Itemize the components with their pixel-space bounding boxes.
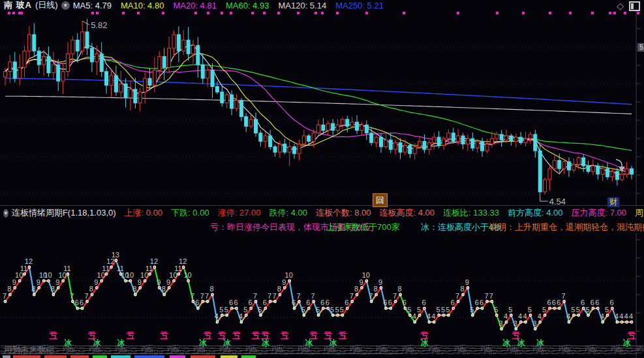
svg-text:7: 7	[393, 292, 397, 300]
svg-text:7: 7	[205, 292, 209, 300]
svg-text:亏: 亏	[251, 331, 260, 340]
svg-text:4: 4	[523, 312, 527, 320]
svg-text:6: 6	[383, 299, 387, 306]
svg-text:8: 8	[89, 285, 93, 293]
indicator-field: 跌停: 4.00	[269, 208, 307, 218]
clipped-text-fragment	[13, 355, 40, 358]
clipped-text-fragment	[70, 355, 89, 358]
svg-text:7: 7	[562, 292, 566, 300]
svg-text:4: 4	[566, 312, 570, 320]
ma-label: MA20: 4.81	[173, 1, 217, 10]
svg-text:6: 6	[403, 299, 406, 306]
svg-text:5: 5	[417, 306, 421, 314]
chevron-down-icon[interactable]: ▼	[3, 209, 8, 218]
svg-text:7: 7	[369, 292, 373, 300]
svg-text:9: 9	[55, 278, 59, 286]
svg-text:6: 6	[80, 299, 84, 306]
svg-text:8: 8	[209, 285, 213, 293]
indicator-field: 连板高度: 4.00	[379, 208, 435, 218]
svg-text:6: 6	[320, 299, 324, 306]
indicator-field: 上涨: 0.00	[125, 208, 163, 218]
period-label[interactable]: (日线)	[35, 0, 58, 11]
svg-text:4: 4	[538, 312, 542, 320]
svg-text:8: 8	[31, 285, 35, 293]
svg-text:6: 6	[475, 299, 479, 306]
svg-text:6: 6	[249, 299, 253, 306]
svg-text:10: 10	[285, 271, 293, 279]
svg-text:4: 4	[239, 312, 243, 320]
svg-text:10: 10	[44, 271, 52, 279]
ma-label: MA10: 4.80	[121, 1, 164, 10]
panel-layout-icon[interactable]	[629, 1, 640, 11]
svg-text:11: 11	[174, 265, 181, 272]
svg-text:6: 6	[306, 299, 310, 306]
svg-text:7: 7	[455, 292, 459, 300]
svg-text:10: 10	[15, 271, 23, 279]
right-axis-label-cut: 5	[637, 43, 644, 52]
candlestick-chart[interactable]: 5.824.54	[0, 9, 644, 206]
svg-text:7: 7	[3, 292, 7, 300]
svg-text:7: 7	[484, 292, 488, 300]
svg-text:7: 7	[253, 292, 257, 300]
clipped-text-fragment	[221, 355, 238, 358]
svg-text:7: 7	[70, 292, 74, 300]
svg-text:5: 5	[571, 306, 575, 314]
watermark: 用到未来数据	[4, 344, 55, 355]
svg-text:5: 5	[301, 306, 305, 314]
svg-text:6: 6	[326, 299, 330, 306]
svg-text:5: 5	[446, 306, 450, 314]
svg-text:4: 4	[600, 312, 604, 320]
finance-badge[interactable]: 财	[607, 197, 619, 207]
svg-text:5: 5	[470, 306, 474, 314]
svg-text:9: 9	[12, 278, 16, 286]
clipped-text-fragment	[134, 355, 164, 358]
svg-text:8: 8	[354, 285, 358, 293]
svg-text:11: 11	[102, 265, 109, 272]
svg-text:7: 7	[268, 292, 271, 300]
indicator-note: 上涨家数低于700家	[326, 221, 400, 233]
replay-button[interactable]: 回	[373, 193, 388, 207]
stock-name[interactable]: 南 玻A	[4, 0, 32, 11]
ma-legend: MA5: 4.79MA10: 4.80MA20: 4.81MA60: 4.93M…	[73, 1, 393, 10]
svg-text:9: 9	[359, 278, 363, 286]
svg-text:9: 9	[282, 278, 286, 286]
panel-divider[interactable]	[0, 205, 644, 206]
svg-text:10: 10	[126, 271, 134, 279]
svg-text:6: 6	[547, 299, 551, 306]
high-price-label: 5.82	[91, 20, 107, 30]
clipped-text-fragment	[93, 355, 107, 358]
svg-text:12: 12	[106, 257, 114, 265]
axis-label-text-overlap: 三二四五二三二四五二三二四五二三二四五二三二四五二三二四五二三二四五二三二四五二…	[3, 347, 644, 355]
svg-text:5: 5	[316, 306, 320, 314]
svg-text:12: 12	[25, 257, 33, 265]
svg-text:9: 9	[465, 278, 469, 286]
svg-text:6: 6	[263, 299, 267, 306]
svg-text:5: 5	[605, 306, 609, 314]
svg-text:12: 12	[150, 257, 158, 265]
svg-text:5: 5	[258, 306, 262, 314]
svg-text:11: 11	[63, 265, 70, 272]
svg-text:6: 6	[595, 299, 599, 306]
svg-text:8: 8	[51, 285, 55, 293]
tdx-app-window: 5.824.54 南 玻A (日线) ▼ MA5: 4.79MA10: 4.80…	[0, 0, 644, 358]
svg-text:亏: 亏	[280, 331, 288, 340]
svg-text:6: 6	[581, 299, 585, 306]
svg-text:7: 7	[489, 292, 493, 300]
chevron-down-icon[interactable]: ▼	[61, 1, 70, 10]
svg-text:7: 7	[200, 292, 204, 300]
svg-text:5: 5	[508, 306, 512, 314]
header-icons: ◇	[617, 1, 640, 11]
svg-text:5: 5	[542, 306, 546, 314]
svg-text:5: 5	[243, 306, 247, 314]
svg-text:11: 11	[146, 265, 153, 272]
svg-text:4: 4	[504, 312, 508, 320]
svg-text:亏: 亏	[126, 331, 134, 340]
svg-text:4: 4	[629, 312, 633, 320]
svg-text:5: 5	[437, 306, 440, 314]
indicator-name[interactable]: 连板情绪周期F(1.18,1.03,0)	[12, 207, 116, 219]
svg-text:8: 8	[277, 285, 281, 293]
clipped-text-fragment	[170, 355, 185, 358]
diamond-icon[interactable]: ◇	[617, 1, 624, 11]
sentiment-cycle-chart[interactable]: 7891011128910108910117667891011121311101…	[0, 233, 644, 358]
svg-text:9: 9	[94, 278, 98, 286]
